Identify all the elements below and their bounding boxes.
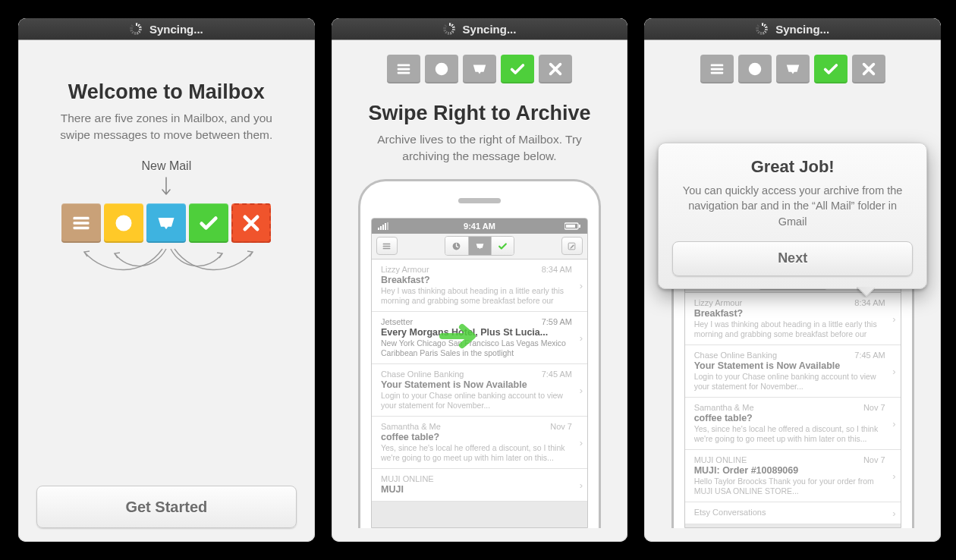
onboarding-screen-swipe-archive: Syncing... Swipe Right to Archive Archiv… bbox=[332, 18, 628, 542]
mail-subject: coffee table? bbox=[694, 413, 887, 423]
mail-time: Nov 7 bbox=[863, 455, 885, 464]
mail-preview: Hey I was thinking about heading in a li… bbox=[381, 286, 574, 306]
mail-row[interactable]: Lizzy Armour8:34 AMBreakfast?Hey I was t… bbox=[372, 260, 587, 312]
mail-row[interactable]: Chase Online Banking7:45 AMYour Statemen… bbox=[372, 364, 587, 417]
mail-row[interactable]: Samantha & MeNov 7coffee table?Yes, sinc… bbox=[372, 417, 587, 469]
mail-subject: Breakfast? bbox=[381, 275, 574, 285]
mail-row[interactable]: MUJI ONLINENov 7MUJI: Order #10089069Hel… bbox=[685, 450, 901, 502]
sync-spinner-icon bbox=[130, 23, 142, 35]
zone-indicator-lists bbox=[700, 55, 734, 83]
zone-indicator-later bbox=[425, 55, 458, 83]
great-job-popover: Great Job! You can quickly access your a… bbox=[658, 143, 927, 289]
signal-icon bbox=[378, 222, 389, 230]
mail-time: 7:59 AM bbox=[542, 317, 572, 326]
zone-indicator-trash bbox=[852, 55, 885, 83]
seg-archive[interactable] bbox=[491, 237, 514, 255]
mail-row[interactable]: Jetsetter7:59 AMEvery Morgans Hotel, Plu… bbox=[372, 312, 587, 364]
zone-indicator-bar bbox=[662, 55, 923, 83]
chevron-right-icon: › bbox=[580, 436, 583, 448]
mail-subject: coffee table? bbox=[381, 432, 574, 442]
chevron-right-icon: › bbox=[892, 470, 895, 482]
status-bar-label: Syncing... bbox=[149, 23, 203, 36]
mail-subject: Your Statement is Now Available bbox=[381, 379, 574, 390]
new-mail-label: New Mail bbox=[141, 159, 191, 173]
zone-indicator-bar bbox=[350, 55, 610, 83]
menu-button[interactable] bbox=[376, 237, 398, 255]
next-button[interactable]: Next bbox=[672, 241, 913, 276]
zone-indicator-archive bbox=[814, 55, 848, 83]
battery-icon bbox=[564, 222, 581, 230]
phone-toolbar bbox=[372, 234, 587, 260]
mail-subject: MUJI: Order #10089069 bbox=[694, 465, 887, 476]
mail-time: 8:34 AM bbox=[542, 265, 572, 274]
phone-time: 9:41 AM bbox=[464, 222, 495, 231]
chevron-right-icon: › bbox=[580, 279, 583, 291]
mail-preview: Login to your Chase online banking accou… bbox=[381, 391, 574, 411]
popover-tail-icon bbox=[857, 287, 875, 297]
swipe-title: Swipe Right to Archive bbox=[350, 102, 610, 125]
phone-status-bar: 9:41 AM bbox=[372, 219, 587, 234]
next-label: Next bbox=[778, 250, 807, 266]
mail-list[interactable]: Lizzy Armour8:34 AMBreakfast?Hey I was t… bbox=[372, 260, 587, 502]
zone-indicator-archive bbox=[501, 55, 534, 83]
zone-indicator-trash bbox=[539, 55, 572, 83]
phone-mock: 9:41 AM Lizzy Armour8:34 AMBreakfast?Hey… bbox=[358, 179, 601, 528]
onboarding-screen-great-job: Syncing... Great Job! You can quickly ac… bbox=[644, 18, 941, 542]
zone-indicator-later bbox=[738, 55, 772, 83]
mail-row[interactable]: MUJI ONLINEMUJI› bbox=[372, 469, 587, 502]
chevron-right-icon: › bbox=[892, 366, 895, 377]
mail-preview: Hey I was thinking about heading in a li… bbox=[694, 319, 887, 339]
sync-spinner-icon bbox=[756, 23, 768, 35]
mail-from: Etsy Conversations bbox=[694, 508, 887, 517]
mail-row[interactable]: Samantha & MeNov 7coffee table?Yes, sinc… bbox=[685, 398, 901, 450]
mail-subject: Every Morgans Hotel, Plus St Lucia... bbox=[381, 327, 574, 338]
mail-from: Samantha & Me bbox=[381, 422, 574, 431]
chevron-right-icon: › bbox=[580, 479, 583, 490]
get-started-label: Get Started bbox=[125, 499, 207, 516]
zone-indicator-inbox bbox=[463, 55, 496, 83]
zones-diagram: New Mail bbox=[52, 203, 280, 243]
popover-title: Great Job! bbox=[672, 157, 913, 177]
chevron-right-icon: › bbox=[892, 508, 895, 519]
mail-row[interactable]: Lizzy Armour8:34 AMBreakfast?Hey I was t… bbox=[685, 293, 901, 345]
view-segmented-control[interactable] bbox=[445, 236, 514, 256]
welcome-subtitle: There are five zones in Mailbox, and you… bbox=[45, 110, 288, 144]
mail-row[interactable]: Chase Online Banking7:45 AMYour Statemen… bbox=[685, 345, 901, 398]
mail-time: 8:34 AM bbox=[854, 298, 885, 307]
mail-time: 7:45 AM bbox=[854, 351, 885, 360]
zone-tile-archive bbox=[189, 203, 228, 243]
zone-indicator-lists bbox=[387, 55, 420, 83]
zone-tile-lists bbox=[61, 203, 101, 243]
status-bar: Syncing... bbox=[644, 18, 941, 39]
mail-preview: Login to your Chase online banking accou… bbox=[694, 372, 887, 392]
mail-row[interactable]: Etsy Conversations› bbox=[685, 502, 901, 524]
mail-from: MUJI ONLINE bbox=[381, 474, 574, 483]
seg-later[interactable] bbox=[445, 237, 468, 255]
mail-from: Samantha & Me bbox=[694, 403, 887, 412]
mail-subject: Breakfast? bbox=[694, 308, 887, 319]
swipe-arcs-icon bbox=[60, 246, 272, 284]
status-bar-label: Syncing... bbox=[775, 23, 829, 36]
mail-list[interactable]: Lizzy Armour8:34 AMBreakfast?Hey I was t… bbox=[685, 293, 901, 524]
chevron-right-icon: › bbox=[892, 418, 895, 429]
seg-inbox[interactable] bbox=[468, 237, 491, 255]
mail-from: MUJI ONLINE bbox=[694, 455, 887, 464]
mail-preview: Hello Taylor Broocks Thank you for your … bbox=[694, 477, 887, 496]
chevron-right-icon: › bbox=[892, 313, 895, 325]
onboarding-screen-welcome: Syncing... Welcome to Mailbox There are … bbox=[18, 18, 315, 542]
chevron-right-icon: › bbox=[580, 332, 583, 343]
popover-body: You can quickly access your archive from… bbox=[675, 183, 910, 229]
zone-tile-trash bbox=[231, 203, 271, 243]
mail-time: Nov 7 bbox=[550, 422, 572, 431]
mail-subject: MUJI bbox=[381, 484, 574, 495]
swipe-subtitle: Archive lives to the right of Mailbox. T… bbox=[358, 131, 601, 165]
sync-spinner-icon bbox=[443, 23, 455, 35]
get-started-button[interactable]: Get Started bbox=[36, 486, 297, 528]
mail-subject: Your Statement is Now Available bbox=[694, 360, 887, 371]
compose-button[interactable] bbox=[561, 237, 583, 255]
arrow-down-icon bbox=[161, 176, 171, 199]
welcome-title: Welcome to Mailbox bbox=[36, 80, 297, 104]
zone-tile-later bbox=[104, 203, 143, 243]
mail-time: 7:45 AM bbox=[542, 370, 572, 379]
status-bar: Syncing... bbox=[18, 18, 315, 39]
